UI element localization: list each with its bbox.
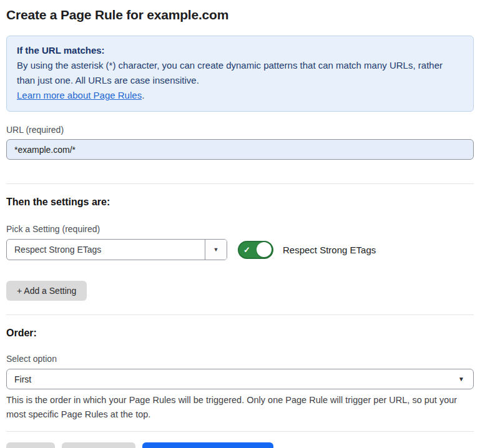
- url-input[interactable]: [6, 139, 474, 160]
- settings-section-heading: Then the settings are:: [6, 197, 474, 208]
- learn-more-link[interactable]: Learn more about Page Rules: [17, 90, 142, 100]
- info-callout-body: By using the asterisk (*) character, you…: [17, 58, 463, 88]
- setting-toggle-label: Respect Strong ETags: [283, 245, 376, 255]
- pick-setting-label: Pick a Setting (required): [6, 224, 474, 234]
- chevron-down-icon: ▼: [458, 376, 464, 382]
- save-as-draft-button[interactable]: Save as Draft: [62, 442, 136, 448]
- page-title: Create a Page Rule for example.com: [6, 7, 474, 22]
- info-callout-link-row: Learn more about Page Rules.: [17, 88, 463, 103]
- order-select[interactable]: First ▼: [6, 369, 474, 389]
- create-page-rule-form: Create a Page Rule for example.com If th…: [0, 0, 480, 448]
- url-field-label: URL (required): [6, 125, 474, 135]
- order-select-value: First: [14, 374, 31, 384]
- order-help-text: This is the order in which your Page Rul…: [6, 393, 471, 422]
- toggle-check-icon: ✓: [243, 246, 250, 254]
- toggle-knob: [257, 242, 272, 257]
- cancel-button[interactable]: Cancel: [6, 442, 55, 448]
- dropdown-arrow-icon: ▼: [213, 246, 219, 253]
- form-actions: Cancel Save as Draft Save and Deploy Pag…: [6, 442, 474, 448]
- setting-row: Respect Strong ETags ▼ ✓ Respect Strong …: [6, 239, 474, 260]
- url-match-info-callout: If the URL matches: By using the asteris…: [6, 36, 474, 112]
- add-setting-button[interactable]: + Add a Setting: [6, 281, 87, 301]
- link-suffix-period: .: [142, 90, 144, 100]
- section-divider-2: [6, 314, 474, 315]
- section-divider-3: [6, 431, 474, 432]
- setting-toggle[interactable]: ✓: [238, 241, 273, 259]
- order-section-heading: Order:: [6, 328, 474, 339]
- info-callout-heading: If the URL matches:: [17, 43, 463, 58]
- setting-dropdown[interactable]: Respect Strong ETags ▼: [6, 239, 227, 260]
- setting-dropdown-value: Respect Strong ETags: [7, 240, 205, 260]
- setting-dropdown-arrow-button[interactable]: ▼: [205, 240, 227, 260]
- save-and-deploy-button[interactable]: Save and Deploy Page Rule: [142, 442, 273, 448]
- order-select-label: Select option: [6, 354, 474, 364]
- section-divider-1: [6, 183, 474, 184]
